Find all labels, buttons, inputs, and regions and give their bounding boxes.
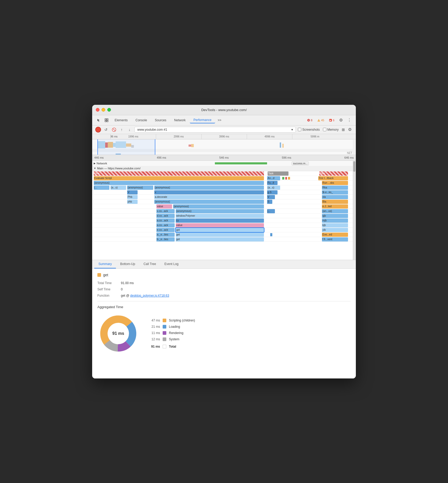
block-decorate[interactable]: a.decorate (154, 195, 264, 199)
full-block[interactable]: Fu...ll (267, 181, 278, 185)
network-label: Network (97, 162, 107, 165)
minimize-button[interactable] (102, 108, 105, 112)
task-block-1[interactable]: Task (94, 171, 264, 176)
block-as2[interactable]: (a...s) (267, 186, 280, 190)
block-anon5[interactable]: (anonymous) (173, 204, 264, 209)
block-eco[interactable]: e.co...ack (156, 228, 175, 232)
anon-block[interactable]: (anonymous) (94, 181, 264, 185)
secondary-toolbar: ↺ 🚫 ↑ ↓ www.youtube.com #1 ▾ Screenshots… (92, 125, 356, 134)
close-button[interactable] (96, 108, 99, 112)
block-anus[interactable]: (an...us) (322, 209, 348, 213)
memory-checkbox[interactable]: Memory (323, 128, 339, 131)
block-as[interactable]: (a...s) (110, 186, 126, 190)
block-anon2[interactable]: (anonymous) (127, 186, 153, 190)
cursor-icon[interactable] (95, 117, 102, 124)
task-block-3[interactable]: Task (319, 171, 348, 176)
main-label-text: Main — https://www.youtube.com/ (97, 167, 140, 170)
legend-loading: 21 ms Loading (150, 325, 195, 329)
scrollbar-thumb[interactable] (353, 161, 355, 172)
tab-bottom-up[interactable]: Bottom-Up (116, 260, 139, 268)
block-j[interactable]: j... (267, 209, 275, 213)
tab-event-log[interactable]: Event Log (160, 260, 183, 268)
block-v[interactable]: v (154, 190, 264, 194)
block-get2[interactable]: get (176, 233, 264, 237)
block-dot[interactable]: (... (94, 186, 109, 190)
network-collapse-icon[interactable]: ▶ (94, 162, 96, 165)
block-gs[interactable]: g.S (267, 190, 278, 194)
perf-settings-icon[interactable]: ⚙ (347, 127, 353, 133)
block-phb[interactable]: Phb (127, 195, 138, 199)
run-tasks-block[interactable]: Run ...sks (322, 181, 348, 185)
block-yib[interactable]: yib (322, 228, 348, 232)
warning-badge[interactable]: ! 45 (316, 118, 326, 122)
more-options-icon[interactable]: ⋮ (346, 117, 353, 124)
inspect-icon[interactable] (103, 117, 110, 124)
block-anon6[interactable]: (anonymous) (176, 209, 264, 213)
function-link[interactable]: desktop_polymer.js:4718:63 (130, 294, 169, 297)
block-ae[interactable]: a._e...ties (156, 233, 175, 237)
block-V2[interactable]: V (267, 195, 275, 199)
reload-button[interactable]: ↺ (103, 127, 109, 133)
more-tabs-button[interactable]: >> (216, 117, 223, 123)
dropdown-icon[interactable]: ▾ (291, 128, 293, 131)
download-button[interactable]: ↓ (127, 127, 132, 133)
block-polymer[interactable]: window.Polymer (176, 214, 264, 218)
block-phb2[interactable]: phb (127, 200, 138, 204)
block-value[interactable]: value (156, 204, 172, 209)
tab-sources[interactable]: Sources (151, 117, 170, 123)
flame-scrollbar[interactable] (353, 161, 356, 260)
function-row: Function get @ desktop_polymer.js:4718:6… (97, 294, 351, 297)
clear-button[interactable]: 🚫 (111, 127, 117, 133)
evaluate-script-block[interactable]: Evaluate Script (94, 176, 264, 180)
error-badge[interactable]: ✕ 8 (305, 118, 314, 122)
maximize-button[interactable] (107, 108, 111, 112)
mini-timeline-section[interactable]: 96 ms 1996 ms 2996 ms 3996 ms 4996 ms 59… (92, 134, 356, 155)
block-xla[interactable]: xla (322, 195, 348, 199)
upload-button[interactable]: ↑ (119, 127, 125, 133)
tab-elements[interactable]: Elements (111, 117, 131, 123)
block-rka[interactable]: Rka (322, 186, 348, 190)
main-collapse-icon[interactable]: ▼ (94, 167, 96, 170)
block-be[interactable]: b._e...ties (156, 237, 175, 242)
tab-summary[interactable]: Summary (94, 260, 116, 268)
screenshots-checkbox[interactable]: Screenshots (298, 128, 320, 131)
timeline-content[interactable]: NET (92, 139, 356, 155)
tab-call-tree[interactable]: Call Tree (139, 260, 160, 268)
tab-network[interactable]: Network (170, 117, 189, 123)
log-badge[interactable]: ▶ 6 (327, 118, 336, 122)
block-sie[interactable]: $i.e...ks_ (322, 190, 348, 194)
block-anon3[interactable]: (anonymous) (154, 186, 264, 190)
block-mjb[interactable]: mjb (322, 218, 348, 223)
tab-console[interactable]: Console (132, 117, 151, 123)
block-eveed[interactable]: Eve...ed (322, 233, 348, 237)
block-qjb[interactable]: qjb (322, 214, 348, 218)
fire-callback-block[interactable]: Fire I...llback (318, 176, 348, 180)
flame-chart[interactable]: ▶ Network success.m... ▼ Main — https://… (92, 161, 356, 260)
task-block-2[interactable]: Task (268, 171, 288, 176)
layout-icon[interactable]: ⊞ (342, 128, 345, 132)
block-aco1[interactable]: a.co...ack (156, 218, 175, 223)
network-bar (215, 162, 267, 164)
block-ffi[interactable]: f.fi...vent (322, 237, 348, 242)
block-get-selected[interactable]: get (176, 228, 264, 232)
block-ejled[interactable]: e.J...led (322, 204, 348, 209)
block-V[interactable]: V (127, 190, 138, 194)
record-button[interactable] (95, 127, 101, 133)
block-dco[interactable]: d.co...ack (156, 214, 175, 218)
total-name: Total (169, 345, 176, 348)
small-bar (270, 233, 272, 236)
block-get3[interactable]: get (176, 237, 264, 242)
block-aco2[interactable]: a.co...ack (156, 223, 175, 227)
block-cy[interactable]: cy (176, 218, 264, 223)
timeline-selection[interactable] (97, 139, 155, 155)
tab-performance[interactable]: Performance (190, 117, 215, 123)
settings-icon[interactable]: ⚙ (338, 117, 344, 124)
and-block[interactable]: An...d (267, 176, 280, 180)
block-S[interactable]: S (267, 200, 272, 204)
block-kjb[interactable]: kjb (322, 223, 348, 227)
block-bla[interactable]: Bla (322, 200, 348, 204)
block-value2[interactable]: value (176, 223, 264, 227)
block-xco[interactable]: x.co...ack (156, 209, 175, 213)
flame-row-13: e.co...ack get yib (92, 228, 356, 232)
block-anon4[interactable]: (anonymous) (154, 200, 264, 204)
